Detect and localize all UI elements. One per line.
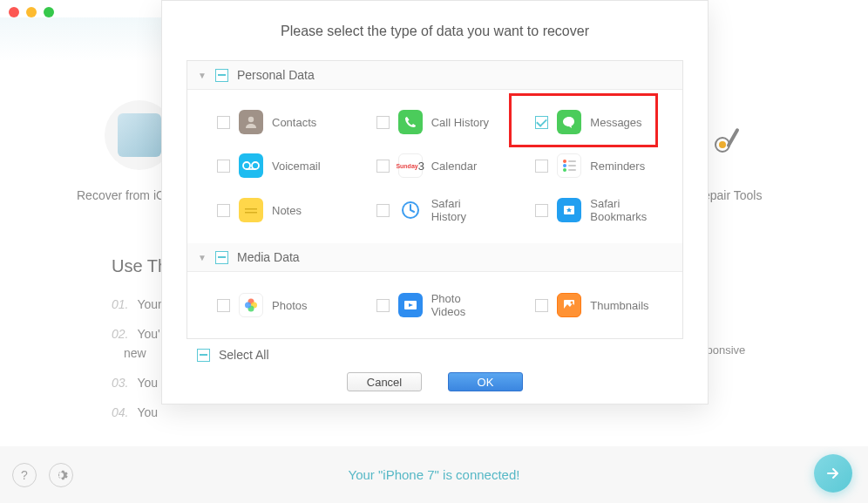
category-checkbox[interactable]: [215, 251, 228, 264]
svg-point-21: [245, 302, 251, 309]
category-checkbox[interactable]: [215, 69, 228, 82]
svg-point-4: [243, 162, 250, 169]
next-button[interactable]: [814, 454, 852, 493]
svg-point-9: [563, 164, 566, 167]
select-all-row[interactable]: Select All: [162, 339, 708, 364]
svg-point-7: [563, 160, 566, 163]
category-header[interactable]: ▼ Media Data: [187, 243, 682, 272]
data-type-modal: Please select the type of data you want …: [161, 0, 709, 404]
item-checkbox[interactable]: [217, 116, 230, 129]
help-button[interactable]: ?: [12, 463, 37, 487]
reminders-icon: [557, 153, 581, 178]
gear-icon: [54, 468, 68, 482]
photo-videos-icon: [398, 293, 423, 317]
data-type-safari-bookmarks[interactable]: Safari Bookmarks: [514, 187, 674, 233]
arrow-right-icon: [824, 465, 842, 482]
maximize-icon[interactable]: [44, 7, 54, 17]
minimize-icon[interactable]: [26, 7, 37, 17]
svg-point-3: [248, 117, 254, 122]
ok-button[interactable]: OK: [448, 372, 523, 391]
item-label: Safari Bookmarks: [590, 197, 653, 223]
step-text: Your: [137, 297, 161, 311]
footer-controls: ?: [12, 463, 73, 487]
data-type-messages[interactable]: Messages: [514, 100, 674, 144]
item-checkbox[interactable]: [376, 116, 390, 129]
modal-title: Please select the type of data you want …: [162, 1, 708, 60]
svg-rect-13: [245, 208, 257, 210]
item-label: Reminders: [590, 160, 645, 173]
messages-icon: [557, 110, 581, 134]
item-checkbox[interactable]: [376, 299, 390, 312]
safari-bookmarks-icon: [557, 198, 581, 222]
item-label: Calendar: [431, 160, 478, 173]
item-checkbox[interactable]: [376, 160, 390, 173]
select-all-checkbox[interactable]: [197, 349, 210, 362]
items-grid: Photos Photo Videos Thumbnails: [187, 272, 682, 338]
contacts-icon: [239, 110, 263, 134]
data-type-notes[interactable]: Notes: [196, 187, 356, 233]
svg-point-1: [719, 141, 726, 148]
close-icon[interactable]: [9, 7, 19, 17]
device-icon: [118, 113, 161, 157]
svg-rect-10: [568, 165, 576, 167]
item-label: Safari History: [431, 197, 494, 223]
step-num: 03.: [112, 376, 128, 390]
svg-rect-14: [245, 212, 257, 214]
call-icon: [398, 110, 423, 134]
item-checkbox[interactable]: [535, 160, 548, 173]
voicemail-icon: [239, 153, 263, 178]
svg-rect-2: [726, 128, 739, 148]
item-label: Call History: [431, 116, 489, 129]
item-checkbox[interactable]: [217, 204, 230, 217]
safari-history-icon: [398, 198, 423, 222]
item-checkbox[interactable]: [376, 204, 390, 217]
category-header[interactable]: ▼ Personal Data: [187, 61, 682, 90]
item-label: Photos: [272, 299, 307, 312]
recover-from-ios-option: Recover from iO: [77, 188, 166, 202]
item-checkbox[interactable]: [217, 160, 230, 173]
item-label: Messages: [590, 116, 641, 129]
data-type-reminders[interactable]: Reminders: [514, 144, 674, 187]
step-num: 02.: [112, 327, 128, 341]
step-text: You': [137, 327, 159, 341]
item-label: Contacts: [272, 116, 316, 129]
item-label: Thumbnails: [590, 299, 648, 312]
modal-buttons: Cancel OK: [162, 372, 708, 391]
step-num: 04.: [112, 405, 128, 419]
categories-container: ▼ Personal Data Contacts Call History Me…: [186, 60, 683, 339]
repair-tools-option: epair Tools: [703, 188, 762, 202]
item-checkbox[interactable]: [535, 299, 548, 312]
item-checkbox[interactable]: [535, 204, 548, 217]
data-type-voicemail[interactable]: Voicemail: [196, 144, 356, 187]
step-num: 01.: [112, 297, 128, 311]
svg-point-5: [252, 162, 259, 169]
step-text: new: [124, 346, 146, 360]
item-label: Photo Videos: [431, 292, 494, 318]
step-num: [112, 346, 115, 360]
repair-tools-icon: [710, 122, 745, 157]
data-type-photos[interactable]: Photos: [196, 282, 356, 328]
decorative-gradient: [0, 17, 174, 61]
connection-status: Your "iPhone 7" is connected!: [349, 467, 520, 482]
data-type-thumbnails[interactable]: Thumbnails: [514, 282, 674, 328]
data-type-call-history[interactable]: Call History: [356, 100, 515, 144]
svg-rect-12: [568, 169, 576, 171]
item-checkbox[interactable]: [535, 116, 548, 129]
settings-button[interactable]: [49, 463, 73, 487]
svg-point-26: [571, 302, 573, 304]
select-all-label: Select All: [219, 348, 269, 362]
items-grid: Contacts Call History Messages Voicemail…: [187, 90, 682, 243]
data-type-safari-history[interactable]: Safari History: [356, 187, 515, 233]
item-checkbox[interactable]: [217, 299, 230, 312]
photos-icon: [239, 293, 263, 317]
item-label: Notes: [272, 204, 302, 217]
data-type-contacts[interactable]: Contacts: [196, 100, 356, 144]
category-label: Media Data: [237, 250, 300, 264]
svg-point-11: [563, 168, 566, 172]
svg-rect-8: [568, 160, 576, 162]
collapse-arrow-icon: ▼: [198, 253, 207, 262]
collapse-arrow-icon: ▼: [198, 71, 207, 80]
data-type-photo-videos[interactable]: Photo Videos: [356, 282, 515, 328]
cancel-button[interactable]: Cancel: [347, 372, 422, 391]
data-type-calendar[interactable]: Sunday3 Calendar: [356, 144, 515, 187]
